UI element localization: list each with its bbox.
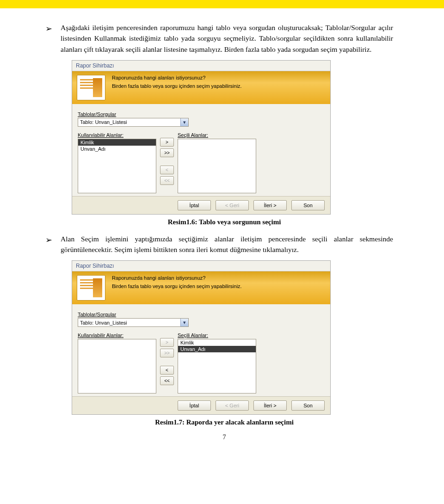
back-button: < Geri xyxy=(216,400,249,411)
next-button[interactable]: İleri > xyxy=(253,400,287,411)
tables-dropdown[interactable]: Tablo: Unvan_Listesi ▾ xyxy=(78,118,189,127)
report-wizard-2: Rapor Sihirbazı Raporunuzda hangi alanla… xyxy=(72,260,331,415)
selected-listbox[interactable] xyxy=(178,139,256,193)
available-column: Kullanılabilir Alanlar: Kimlik Unvan_Adı xyxy=(78,129,156,193)
selected-label: Seçili Alanlar: xyxy=(178,332,256,338)
spacer xyxy=(160,159,174,164)
add-all-button: >> xyxy=(160,349,174,357)
figure-caption-2: Resim1.7: Raporda yer alacak alanların s… xyxy=(56,418,393,426)
selected-column: Seçili Alanlar: xyxy=(178,129,256,193)
wizard-footer: İptal < Geri İleri > Son xyxy=(72,196,330,214)
add-button: > xyxy=(160,338,174,347)
remove-button[interactable]: < xyxy=(160,366,174,375)
wizard-banner: Raporunuzda hangi alanları istiyorsunuz?… xyxy=(72,71,330,104)
wizard-footer: İptal < Geri İleri > Son xyxy=(72,396,330,414)
spacer xyxy=(160,359,174,364)
cancel-button[interactable]: İptal xyxy=(178,200,211,210)
dropdown-value: Tablo: Unvan_Listesi xyxy=(78,118,180,126)
bullet-paragraph-2: ➢ Alan Seçim işlemini yaptığımızda seçti… xyxy=(56,234,393,255)
tables-dropdown[interactable]: Tablo: Unvan_Listesi ▾ xyxy=(78,318,189,327)
add-all-button[interactable]: >> xyxy=(160,148,174,157)
remove-all-button: << xyxy=(160,176,174,185)
report-icon xyxy=(77,75,105,100)
available-label: Kullanılabilir Alanlar: xyxy=(78,332,156,338)
banner-subtext: Birden fazla tablo veya sorgu içinden se… xyxy=(112,283,242,289)
tables-label: Tablolar/Sorgular xyxy=(78,312,324,317)
move-buttons: > >> < << xyxy=(160,338,174,393)
selected-listbox[interactable]: Kimlik Unvan_Adı xyxy=(178,339,256,393)
list-item[interactable]: Kimlik xyxy=(78,139,156,146)
bullet-arrow-icon: ➢ xyxy=(45,23,52,55)
wizard-body: Tablolar/Sorgular Tablo: Unvan_Listesi ▾… xyxy=(72,104,330,196)
back-button: < Geri xyxy=(216,200,249,210)
banner-text: Raporunuzda hangi alanları istiyorsunuz?… xyxy=(112,275,242,289)
bullet-paragraph-1: ➢ Aşağıdaki iletişim penceresinden rapor… xyxy=(56,22,393,55)
report-icon xyxy=(77,275,105,301)
wizard-banner: Raporunuzda hangi alanları istiyorsunuz?… xyxy=(72,271,330,304)
add-button[interactable]: > xyxy=(160,138,174,147)
move-buttons: > >> < << xyxy=(160,138,174,193)
fields-columns: Kullanılabilir Alanlar: > >> < << Seçili… xyxy=(78,330,324,393)
remove-button: < xyxy=(160,166,174,174)
bullet-arrow-icon: ➢ xyxy=(45,234,52,255)
selected-label: Seçili Alanlar: xyxy=(178,132,256,138)
next-button[interactable]: İleri > xyxy=(253,200,287,210)
banner-question: Raporunuzda hangi alanları istiyorsunuz? xyxy=(112,75,242,80)
chevron-down-icon[interactable]: ▾ xyxy=(180,319,188,326)
dropdown-value: Tablo: Unvan_Listesi xyxy=(78,319,180,326)
page-number: 7 xyxy=(56,434,393,441)
finish-button[interactable]: Son xyxy=(291,200,325,210)
available-listbox[interactable]: Kimlik Unvan_Adı xyxy=(78,139,156,193)
available-listbox[interactable] xyxy=(78,339,156,393)
list-item[interactable]: Unvan_Adı xyxy=(78,146,156,152)
available-label: Kullanılabilir Alanlar: xyxy=(78,132,156,138)
banner-subtext: Birden fazla tablo veya sorgu içinden se… xyxy=(112,83,242,89)
tables-label: Tablolar/Sorgular xyxy=(78,111,324,117)
banner-text: Raporunuzda hangi alanları istiyorsunuz?… xyxy=(112,75,242,89)
wizard-title: Rapor Sihirbazı xyxy=(72,61,330,71)
report-wizard-1: Rapor Sihirbazı Raporunuzda hangi alanla… xyxy=(72,60,331,215)
chevron-down-icon[interactable]: ▾ xyxy=(180,118,188,126)
paragraph-1-text: Aşağıdaki iletişim penceresinden raporum… xyxy=(61,22,393,55)
list-item[interactable]: Kimlik xyxy=(178,339,256,346)
cancel-button[interactable]: İptal xyxy=(178,400,211,411)
banner-question: Raporunuzda hangi alanları istiyorsunuz? xyxy=(112,275,242,281)
page-content: ➢ Aşağıdaki iletişim penceresinden rapor… xyxy=(0,8,444,450)
wizard-body: Tablolar/Sorgular Tablo: Unvan_Listesi ▾… xyxy=(72,304,330,396)
top-yellow-bar xyxy=(0,0,444,8)
selected-column: Seçili Alanlar: Kimlik Unvan_Adı xyxy=(178,330,256,393)
available-column: Kullanılabilir Alanlar: xyxy=(78,330,156,393)
remove-all-button[interactable]: << xyxy=(160,376,174,385)
figure-caption-1: Resim1.6: Tablo veya sorgunun seçimi xyxy=(56,218,393,226)
list-item[interactable]: Unvan_Adı xyxy=(178,346,256,352)
finish-button[interactable]: Son xyxy=(291,400,325,411)
fields-columns: Kullanılabilir Alanlar: Kimlik Unvan_Adı… xyxy=(78,129,324,193)
wizard-title: Rapor Sihirbazı xyxy=(72,261,330,271)
paragraph-2-text: Alan Seçim işlemini yaptığımızda seçtiği… xyxy=(61,234,393,255)
